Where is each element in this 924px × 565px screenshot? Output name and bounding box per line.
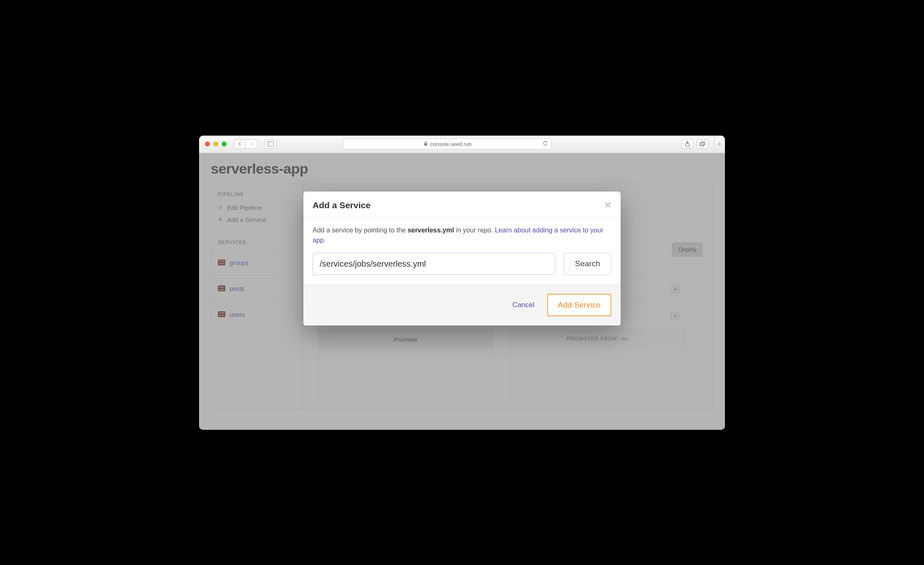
- sidebar-toggle-button[interactable]: [264, 139, 277, 149]
- cancel-button[interactable]: Cancel: [512, 301, 535, 309]
- tabs-button[interactable]: [697, 139, 708, 149]
- modal-backdrop[interactable]: Add a Service ✕ Add a service by pointin…: [199, 153, 725, 430]
- modal-footer: Cancel Add Service: [303, 284, 621, 325]
- svg-rect-0: [268, 142, 274, 146]
- modal-desc-pre: Add a service by pointing to the: [313, 227, 408, 234]
- close-window-button[interactable]: [205, 141, 210, 146]
- new-tab-button[interactable]: ＋: [714, 136, 725, 153]
- modal-title: Add a Service: [313, 200, 371, 210]
- lock-icon: [424, 141, 428, 147]
- nav-buttons: [234, 139, 258, 149]
- share-button[interactable]: [682, 139, 693, 149]
- modal-desc-post: in your repo.: [454, 227, 495, 234]
- address-bar[interactable]: console.seed.run: [343, 139, 552, 149]
- back-button[interactable]: [234, 139, 246, 149]
- search-button[interactable]: Search: [564, 253, 611, 275]
- search-row: Search: [313, 253, 611, 275]
- traffic-lights: [205, 141, 227, 146]
- svg-rect-2: [424, 143, 427, 146]
- add-service-modal: Add a Service ✕ Add a service by pointin…: [303, 192, 621, 325]
- modal-header: Add a Service ✕: [303, 192, 621, 217]
- forward-button[interactable]: [246, 139, 258, 149]
- page: serverless-app PIPELINE Edit Pipeline Ad…: [199, 153, 725, 430]
- minimize-window-button[interactable]: [213, 141, 218, 146]
- modal-description: Add a service by pointing to the serverl…: [313, 225, 611, 245]
- service-path-input[interactable]: [313, 253, 555, 275]
- toolbar-right: ＋: [682, 136, 719, 153]
- fullscreen-window-button[interactable]: [222, 141, 227, 146]
- modal-body: Add a service by pointing to the serverl…: [303, 218, 621, 284]
- browser-window: console.seed.run ＋ serverless-app PIPELI…: [199, 136, 725, 430]
- modal-desc-bold: serverless.yml: [408, 227, 454, 234]
- reload-button[interactable]: [543, 141, 548, 147]
- svg-rect-4: [700, 143, 704, 146]
- browser-titlebar: console.seed.run ＋: [199, 136, 725, 153]
- close-icon[interactable]: ✕: [604, 200, 611, 211]
- svg-rect-5: [701, 142, 705, 145]
- url-host: console.seed.run: [430, 141, 472, 147]
- add-service-button[interactable]: Add Service: [547, 294, 611, 316]
